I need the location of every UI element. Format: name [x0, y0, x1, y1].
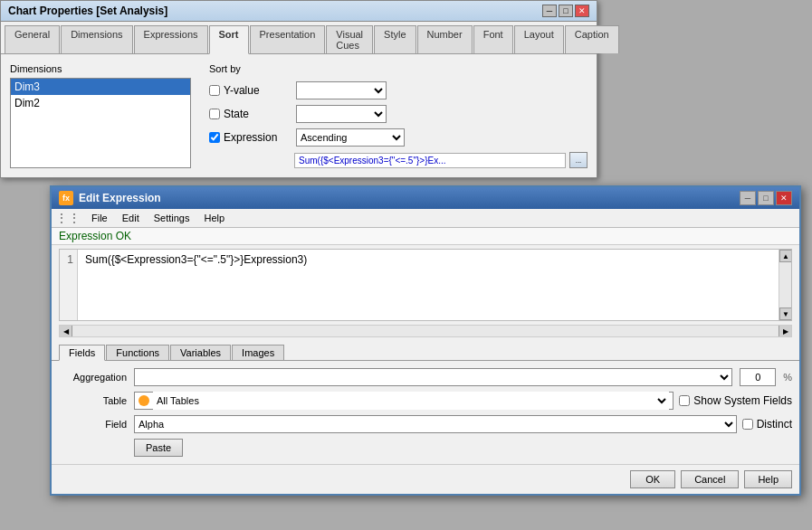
- code-area: 1 Sum({$<Expression3={"<=".5"}>}Expressi…: [59, 249, 792, 321]
- edit-expr-icon: fx: [59, 191, 73, 205]
- tab-style[interactable]: Style: [374, 25, 416, 53]
- tab-dimensions[interactable]: Dimensions: [61, 25, 132, 53]
- scroll-up-button[interactable]: ▲: [779, 250, 792, 262]
- expression-text: Sum({$<Expression3={"<=.5"}>}Ex...: [294, 153, 566, 168]
- sort-row-expression: Expression Ascending Descending: [209, 128, 588, 147]
- sort-by-label: Sort by: [209, 63, 588, 74]
- chart-content: Dimensions Dim3 Dim2 Sort by Y-value: [1, 54, 597, 177]
- aggregation-percent-input[interactable]: [740, 368, 776, 386]
- code-text: Sum({$<Expression3={"<=".5"}>}Expression…: [85, 253, 307, 266]
- sort-row-yvalue: Y-value: [209, 81, 588, 99]
- distinct-text: Distinct: [757, 418, 792, 431]
- state-select[interactable]: [296, 105, 387, 123]
- dimensions-panel: Dimensions Dim3 Dim2: [10, 63, 191, 168]
- show-system-fields-label[interactable]: Show System Fields: [679, 394, 792, 407]
- state-label: State: [224, 108, 249, 120]
- close-button[interactable]: ✕: [575, 5, 589, 17]
- tab-functions[interactable]: Functions: [106, 345, 169, 360]
- scroll-left-button[interactable]: ◀: [60, 326, 72, 336]
- maximize-button[interactable]: □: [559, 5, 573, 17]
- expr-minimize-button[interactable]: ─: [740, 191, 756, 205]
- cancel-button[interactable]: Cancel: [681, 470, 739, 488]
- list-item-dim3[interactable]: Dim3: [11, 79, 190, 95]
- all-tables-indicator: [139, 395, 149, 406]
- tabs-bar: GeneralDimensionsExpressionsSortPresenta…: [1, 22, 597, 54]
- chart-title-controls: ─ □ ✕: [542, 5, 589, 17]
- field-label: Field: [59, 419, 127, 430]
- list-item-dim2[interactable]: Dim2: [11, 95, 190, 111]
- tab-variables[interactable]: Variables: [170, 345, 231, 360]
- scroll-right-button[interactable]: ▶: [779, 326, 791, 336]
- field-select[interactable]: Alpha: [134, 415, 737, 433]
- menu-bar: ⋮⋮ File Edit Settings Help: [52, 209, 799, 228]
- menu-help[interactable]: Help: [196, 211, 232, 225]
- tab-expressions[interactable]: Expressions: [134, 25, 208, 53]
- menu-file[interactable]: File: [84, 211, 115, 225]
- expression-row: Sum({$<Expression3={"<=.5"}>}Ex... ...: [209, 152, 588, 168]
- tab-font[interactable]: Font: [473, 25, 513, 53]
- paste-button[interactable]: Paste: [134, 439, 183, 457]
- table-row: Table All Tables Show System Fields: [59, 392, 792, 410]
- show-system-fields-text: Show System Fields: [693, 394, 792, 407]
- dimensions-label: Dimensions: [10, 63, 191, 74]
- bottom-tabs: Fields Functions Variables Images: [52, 341, 799, 361]
- status-text: Expression OK: [59, 230, 131, 242]
- table-label: Table: [59, 395, 127, 406]
- show-system-fields-checkbox[interactable]: [679, 395, 690, 406]
- fields-content: Aggregation % Table All Tables Show Syst…: [52, 361, 799, 464]
- tab-number[interactable]: Number: [417, 25, 473, 53]
- paste-row: Paste: [59, 439, 792, 457]
- dimensions-list: Dim3 Dim2: [10, 78, 191, 168]
- horiz-track[interactable]: [72, 326, 779, 336]
- expression-edit-button[interactable]: ...: [569, 152, 588, 168]
- aggregation-label: Aggregation: [59, 372, 127, 383]
- bottom-bar: OK Cancel Help: [52, 464, 799, 494]
- horizontal-scrollbar: ◀ ▶: [59, 325, 792, 337]
- state-checkbox-label[interactable]: State: [209, 108, 291, 120]
- expr-maximize-button[interactable]: □: [758, 191, 774, 205]
- yvalue-select[interactable]: [296, 81, 387, 99]
- scroll-down-button[interactable]: ▼: [779, 308, 792, 320]
- edit-expr-controls: ─ □ ✕: [740, 191, 792, 205]
- chart-titlebar: Chart Properties [Set Analysis] ─ □ ✕: [1, 1, 597, 22]
- status-bar: Expression OK: [52, 228, 799, 245]
- aggregation-select[interactable]: [134, 368, 732, 386]
- ok-button[interactable]: OK: [630, 470, 675, 488]
- edit-expr-title: Edit Expression: [79, 192, 161, 204]
- tab-caption[interactable]: Caption: [565, 25, 619, 53]
- chart-title: Chart Properties [Set Analysis]: [8, 5, 167, 17]
- percent-symbol: %: [783, 372, 792, 383]
- expression-order-select[interactable]: Ascending Descending: [296, 128, 405, 147]
- tab-sort[interactable]: Sort: [209, 25, 249, 54]
- scroll-track[interactable]: [779, 262, 791, 308]
- yvalue-label: Y-value: [224, 84, 260, 97]
- distinct-label[interactable]: Distinct: [742, 418, 792, 431]
- yvalue-checkbox[interactable]: [209, 85, 220, 96]
- tab-general[interactable]: General: [5, 25, 60, 53]
- code-content[interactable]: Sum({$<Expression3={"<=".5"}>}Expression…: [78, 250, 779, 320]
- expression-label: Expression: [224, 131, 277, 144]
- state-checkbox[interactable]: [209, 109, 220, 119]
- table-select[interactable]: All Tables: [153, 392, 669, 410]
- field-row: Field Alpha Distinct: [59, 415, 792, 433]
- tab-images[interactable]: Images: [232, 345, 284, 360]
- edit-expression-window: fx Edit Expression ─ □ ✕ ⋮⋮ File Edit Se…: [50, 185, 801, 496]
- menu-settings[interactable]: Settings: [147, 211, 197, 225]
- expr-close-button[interactable]: ✕: [776, 191, 792, 205]
- tab-fields[interactable]: Fields: [59, 345, 105, 361]
- tab-visual cues[interactable]: Visual Cues: [326, 25, 373, 53]
- line-number-1: 1: [63, 253, 73, 266]
- yvalue-checkbox-label[interactable]: Y-value: [209, 84, 291, 97]
- menu-edit[interactable]: Edit: [115, 211, 147, 225]
- minimize-button[interactable]: ─: [542, 5, 557, 17]
- help-button[interactable]: Help: [744, 470, 792, 488]
- tab-layout[interactable]: Layout: [514, 25, 564, 53]
- sort-row-state: State: [209, 105, 588, 123]
- expression-checkbox-label[interactable]: Expression: [209, 131, 291, 144]
- edit-expr-titlebar-left: fx Edit Expression: [59, 191, 161, 205]
- distinct-checkbox[interactable]: [742, 419, 753, 430]
- expression-checkbox[interactable]: [209, 132, 220, 143]
- edit-expr-titlebar: fx Edit Expression ─ □ ✕: [52, 187, 799, 209]
- tab-presentation[interactable]: Presentation: [250, 25, 326, 53]
- code-scrollbar: ▲ ▼: [779, 250, 791, 320]
